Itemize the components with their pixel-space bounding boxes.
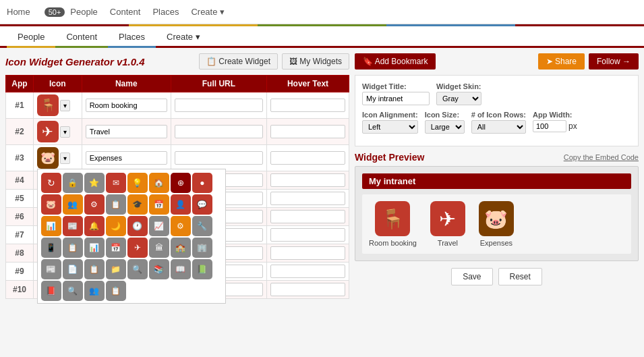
popup-icon[interactable]: ⚙ <box>84 194 105 215</box>
popup-icon[interactable]: 🎓 <box>127 194 148 215</box>
popup-icon[interactable]: ✉ <box>106 173 126 193</box>
follow-button[interactable]: Follow → <box>589 53 639 70</box>
popup-icon[interactable]: 📚 <box>149 259 169 279</box>
hover-input-3[interactable] <box>270 151 345 165</box>
nav-places[interactable]: Places <box>152 7 179 17</box>
url-input-2[interactable] <box>175 125 263 138</box>
popup-icon[interactable]: 📊 <box>84 238 105 258</box>
table-row: #3 🐷 ▾ ↻ 🔒 ⭐ ✉ 💡 🏠 <box>6 145 349 171</box>
table-header-row: App Icon Name Full URL Hover Text <box>6 76 349 92</box>
popup-icon[interactable]: ✈ <box>127 238 148 258</box>
popup-icon[interactable]: 👥 <box>63 194 83 215</box>
icon-align-group: Icon Alignment: Left <box>362 111 418 134</box>
row-name-3 <box>82 145 171 171</box>
popup-icon[interactable]: 📰 <box>63 216 83 236</box>
add-bookmark-button[interactable]: 🔖 Add Bookmark <box>355 53 436 70</box>
col-name: Name <box>82 76 171 92</box>
hover-input-5[interactable] <box>270 192 345 205</box>
popup-icon[interactable]: 📕 <box>41 281 61 301</box>
app-width-label: App Width: <box>533 111 577 119</box>
row-url-3 <box>171 145 266 171</box>
popup-icon[interactable]: 📅 <box>106 238 126 258</box>
share-button[interactable]: ➤ Share <box>538 53 585 70</box>
widget-skin-select[interactable]: Gray <box>436 92 481 105</box>
popup-icon[interactable]: 🐷 <box>41 194 61 215</box>
sub-nav-content[interactable]: Content <box>55 28 108 48</box>
name-input-1[interactable] <box>86 99 167 112</box>
popup-icon[interactable]: 📄 <box>63 259 83 279</box>
popup-icon[interactable]: 📋 <box>84 259 105 279</box>
popup-icon[interactable]: 🏠 <box>149 173 169 193</box>
row-url-2 <box>171 119 266 145</box>
hover-input-1[interactable] <box>270 99 345 112</box>
hover-input-6[interactable] <box>270 210 345 223</box>
row-hover-7 <box>267 226 349 244</box>
popup-icon[interactable]: 📈 <box>149 216 169 236</box>
popup-icon[interactable]: 📋 <box>106 194 126 215</box>
reset-button[interactable]: Reset <box>498 268 542 285</box>
popup-icon[interactable]: 📰 <box>41 259 61 279</box>
popup-icon[interactable]: ● <box>192 173 212 193</box>
popup-icon[interactable]: 🕐 <box>127 216 148 236</box>
hover-input-10[interactable] <box>270 283 345 296</box>
popup-icon[interactable]: 📁 <box>106 259 126 279</box>
popup-icon[interactable]: ⊕ <box>171 173 191 193</box>
popup-icon[interactable]: 📱 <box>41 238 61 258</box>
icon-size-select[interactable]: Large <box>425 120 465 134</box>
popup-icon[interactable]: 📖 <box>171 259 191 279</box>
popup-icon[interactable]: 📋 <box>106 281 126 301</box>
embed-code-link[interactable]: Copy the Embed Code <box>564 153 639 161</box>
popup-icon[interactable]: 👥 <box>84 281 105 301</box>
popup-icon[interactable]: 🏫 <box>171 238 191 258</box>
widget-skin-group: Widget Skin: Gray <box>436 82 481 105</box>
nav-create[interactable]: Create ▾ <box>191 7 225 17</box>
save-button[interactable]: Save <box>451 268 492 285</box>
row-hover-5 <box>267 190 349 208</box>
popup-icon[interactable]: 📅 <box>149 194 169 215</box>
hover-input-8[interactable] <box>270 246 345 260</box>
icon-table: App Icon Name Full URL Hover Text #1 🪑 ▾ <box>5 75 349 299</box>
popup-icon[interactable]: 📊 <box>41 216 61 236</box>
sub-nav-create[interactable]: Create ▾ <box>156 28 211 48</box>
sub-nav-places[interactable]: Places <box>108 28 156 48</box>
hover-input-7[interactable] <box>270 228 345 242</box>
url-input-1[interactable] <box>175 99 263 112</box>
popup-icon[interactable]: 🌙 <box>106 216 126 236</box>
icon-align-select[interactable]: Left <box>362 120 418 134</box>
popup-icon[interactable]: 🔒 <box>63 173 83 193</box>
popup-icon[interactable]: 💡 <box>127 173 148 193</box>
create-widget-button[interactable]: 📋 Create Widget <box>199 53 278 70</box>
popup-icon[interactable]: ⚙ <box>171 216 191 236</box>
popup-icon[interactable]: 🔧 <box>192 216 212 236</box>
popup-icon[interactable]: 👤 <box>171 194 191 215</box>
icon-dropdown-3[interactable]: ▾ <box>60 153 70 164</box>
name-input-3[interactable] <box>86 151 167 165</box>
popup-icon[interactable]: ⭐ <box>84 173 105 193</box>
popup-icon[interactable]: 🔔 <box>84 216 105 236</box>
popup-icon[interactable]: 🔍 <box>127 259 148 279</box>
popup-icon[interactable]: ↻ <box>41 173 61 193</box>
icon-dropdown-1[interactable]: ▾ <box>60 100 70 111</box>
popup-icon[interactable]: 📗 <box>192 259 212 279</box>
name-input-2[interactable] <box>86 125 167 138</box>
icon-rows-select[interactable]: All <box>471 120 526 134</box>
hover-input-9[interactable] <box>270 265 345 278</box>
hover-input-2[interactable] <box>270 125 345 138</box>
nav-people[interactable]: People <box>70 7 97 17</box>
icon-dropdown-2[interactable]: ▾ <box>60 126 70 138</box>
popup-icon[interactable]: 🏢 <box>192 238 212 258</box>
nav-content[interactable]: Content <box>110 7 141 17</box>
row-icon-1: 🪑 ▾ <box>33 92 82 119</box>
popup-icon[interactable]: 💬 <box>192 194 212 215</box>
url-input-3[interactable] <box>175 151 263 165</box>
icon-cell-2: ✈ ▾ <box>37 121 78 142</box>
app-width-input[interactable] <box>533 120 566 132</box>
sub-nav-people[interactable]: People <box>7 28 55 48</box>
nav-home[interactable]: Home <box>7 7 30 17</box>
hover-input-4[interactable] <box>270 173 345 187</box>
popup-icon[interactable]: 🏛 <box>149 238 169 258</box>
popup-icon[interactable]: 📋 <box>63 238 83 258</box>
my-widgets-button[interactable]: 🖼 My Widgets <box>282 53 349 70</box>
popup-icon[interactable]: 🔍 <box>63 281 83 301</box>
widget-title-input[interactable] <box>362 92 430 105</box>
